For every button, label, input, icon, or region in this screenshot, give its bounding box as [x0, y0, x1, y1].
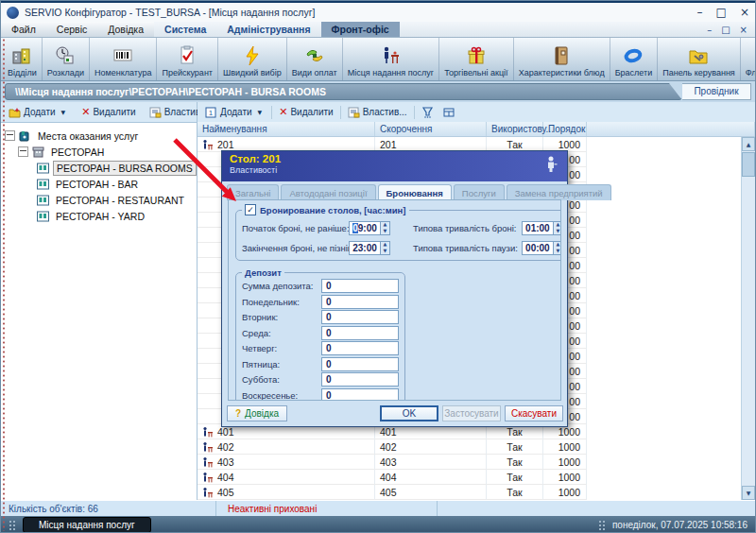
task-button[interactable]: Місця надання послуг: [23, 517, 151, 533]
table-add-button[interactable]: 1 Додати ▼: [200, 106, 269, 119]
toolbar-payment-types-button[interactable]: Види оплат: [287, 38, 343, 80]
layout-button[interactable]: [438, 106, 460, 119]
deposit-field-input[interactable]: 0: [321, 326, 399, 340]
column-header-order[interactable]: Порядок: [543, 122, 587, 136]
toolbar-departments-button[interactable]: Відділи: [3, 38, 43, 80]
table-scrollbar[interactable]: ▲ ▼: [741, 137, 755, 500]
control-panel-icon: [688, 45, 709, 66]
scrollbar-thumb[interactable]: [742, 152, 755, 177]
tree-group-restaurant[interactable]: РЕСТОРАН: [1, 144, 197, 160]
menu-front-office[interactable]: Фронт-офіс: [321, 22, 400, 37]
spinner-arrows-icon[interactable]: ▲▼: [380, 241, 390, 255]
cell-used: Так: [487, 485, 543, 500]
tree-root[interactable]: Места оказания услуг: [1, 128, 197, 144]
cell-short: 402: [375, 439, 487, 455]
table-row[interactable]: 402 402 Так 1000: [198, 439, 741, 455]
apply-button[interactable]: Застосувати: [442, 405, 501, 421]
toolbar-dish-properties-button[interactable]: Характеристики блюд: [514, 38, 610, 80]
tree-delete-button[interactable]: ✕ Видалити: [77, 105, 140, 119]
deposit-field-input[interactable]: 0: [321, 341, 399, 355]
deposit-field-input[interactable]: 0: [321, 388, 399, 402]
toolbar-bracelets-button[interactable]: Браслети: [610, 38, 659, 80]
tab-explorer[interactable]: Провідник: [682, 83, 751, 100]
deposit-field-input[interactable]: 0: [321, 310, 399, 324]
layout-grid-icon: [443, 107, 455, 118]
maximize-button[interactable]: □: [716, 6, 727, 19]
menu-service[interactable]: Сервіс: [46, 22, 97, 37]
booking-start-spinner[interactable]: 09:00 ▲▼: [349, 221, 396, 235]
toolbar-fleet-casino-button[interactable]: Флот казино: [741, 38, 756, 80]
booking-end-input[interactable]: 23:00: [349, 241, 380, 255]
tab-booking[interactable]: Бронювання: [378, 184, 452, 200]
deposit-field-input[interactable]: 0: [321, 372, 399, 387]
table-properties-button[interactable]: Властив...: [343, 106, 412, 119]
table-row[interactable]: 405 405 Так 1000: [198, 485, 741, 500]
deposit-field-input[interactable]: 0: [321, 279, 399, 293]
cancel-button[interactable]: Скасувати: [505, 405, 563, 421]
table-row[interactable]: 404 404 Так 1000: [198, 470, 741, 485]
toolbar-service-places-button[interactable]: Місця надання послуг: [343, 38, 440, 80]
toolbar-label: Прейскурант: [162, 68, 213, 77]
booking-pause-spinner[interactable]: 00:00 ▲▼: [522, 241, 561, 255]
booking-duration-spinner[interactable]: 01:00 ▲▼: [522, 221, 561, 235]
collapse-icon[interactable]: [18, 146, 28, 157]
tab-services[interactable]: Послуги: [454, 184, 505, 200]
cell-name: 401: [217, 426, 234, 438]
booking-checkbox[interactable]: ✓: [245, 204, 256, 215]
booking-pause-input[interactable]: 00:00: [522, 241, 553, 255]
column-header-short[interactable]: Скорочення: [375, 122, 487, 136]
ok-button[interactable]: OK: [380, 405, 438, 421]
booking-duration-input[interactable]: 01:00: [522, 221, 553, 235]
deposit-field-input[interactable]: 0: [321, 357, 399, 371]
table-header[interactable]: Найменування Скорочення Використову... П…: [198, 122, 755, 137]
toolbar-promotions-button[interactable]: Торгівельні акції: [439, 38, 513, 80]
booking-start-input[interactable]: 09:00: [349, 221, 380, 235]
menu-help[interactable]: Довідка: [97, 22, 154, 37]
table-row[interactable]: 403 403 Так 1000: [198, 455, 741, 470]
tree-item-bursa-rooms[interactable]: РЕСТОРАН - BURSA ROOMS: [1, 160, 197, 176]
tab-auto-added-items[interactable]: Автододані позиції: [281, 184, 375, 200]
tree-item-bar[interactable]: РЕСТОРАН - BAR: [1, 176, 197, 192]
cell-order: 1000: [543, 439, 587, 455]
deposit-field-row: Среда: 0: [242, 327, 399, 339]
delete-x-icon: ✕: [81, 106, 90, 118]
minimize-button[interactable]: –: [697, 6, 703, 19]
menu-administration[interactable]: Адміністрування: [216, 22, 320, 37]
dialog-title-bar[interactable]: Стол: 201 Властивості: [222, 151, 567, 181]
booking-end-spinner[interactable]: 23:00 ▲▼: [349, 241, 396, 255]
status-bar: Кількість об'єктів: 66 Неактивні прихова…: [1, 500, 755, 516]
scroll-down-icon[interactable]: ▼: [742, 486, 755, 500]
deposit-field-row: Четверг: 0: [242, 342, 399, 354]
tab-company-replacement[interactable]: Замена предприятий: [507, 184, 611, 200]
menu-file[interactable]: Файл: [1, 22, 46, 37]
mdi-close-button[interactable]: ×: [740, 25, 747, 35]
filter-button[interactable]: [417, 106, 438, 119]
tree-item-restaurant[interactable]: РЕСТОРАН - RESTAURANT: [1, 192, 197, 208]
spinner-arrows-icon[interactable]: ▲▼: [553, 221, 561, 235]
toolbar-nomenclature-button[interactable]: Номенклатура: [90, 38, 157, 80]
column-header-name[interactable]: Найменування: [198, 122, 375, 136]
table-delete-button[interactable]: ✕ Видалити: [274, 105, 337, 119]
deposit-field-row: Пятница: 0: [242, 358, 399, 370]
tab-general[interactable]: Загальні: [227, 184, 279, 200]
tree-item-yard[interactable]: РЕСТОРАН - YARD: [1, 208, 197, 224]
mdi-minimize-button[interactable]: –: [707, 25, 712, 35]
toolbar-quick-select-button[interactable]: Швидкий вибір: [218, 38, 287, 80]
close-button[interactable]: ×: [740, 6, 749, 19]
collapse-icon[interactable]: [5, 130, 15, 141]
menu-system[interactable]: Система: [154, 22, 216, 37]
help-button[interactable]: ? Довідка: [227, 405, 287, 421]
tree-add-button[interactable]: Додати ▼: [4, 106, 73, 119]
spinner-arrows-icon[interactable]: ▲▼: [553, 241, 561, 255]
toolbar-schedules-button[interactable]: Розклади: [43, 38, 90, 80]
column-header-used[interactable]: Використову...: [487, 122, 543, 136]
toolbar-control-panel-button[interactable]: Панель керування: [658, 38, 741, 80]
tree-delete-label: Видалити: [93, 107, 135, 117]
spinner-arrows-icon[interactable]: ▲▼: [380, 221, 390, 235]
toolbar-pricelist-button[interactable]: Прейскурант: [157, 38, 218, 80]
deposit-field-input[interactable]: 0: [321, 295, 399, 309]
deposit-field-row: Воскресенье: 0: [242, 389, 399, 402]
mdi-restore-button[interactable]: □: [721, 25, 730, 35]
divider: [271, 106, 272, 119]
scroll-up-icon[interactable]: ▲: [742, 137, 755, 151]
